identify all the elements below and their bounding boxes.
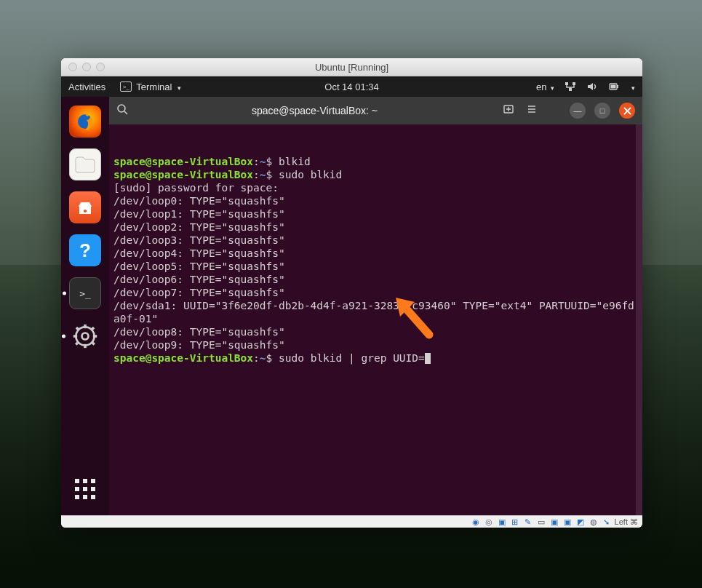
svg-rect-12	[84, 344, 87, 348]
svg-rect-0	[565, 82, 568, 85]
terminal-header[interactable]: space@space-VirtualBox: ~ — □	[109, 97, 642, 124]
dock-firefox[interactable]	[69, 106, 101, 138]
close-button[interactable]	[619, 103, 635, 119]
sb-disk-icon[interactable]: ◉	[471, 517, 481, 527]
gnome-top-bar: Activities >_ Terminal Oct 14 01:34 en	[61, 76, 642, 97]
chevron-down-icon	[549, 82, 554, 92]
terminal-window: space@space-VirtualBox: ~ — □ space@spac…	[109, 97, 642, 515]
sb-shared-icon[interactable]: ✎	[523, 517, 533, 527]
svg-rect-4	[617, 85, 618, 88]
network-icon[interactable]	[565, 81, 576, 92]
sb-record-icon[interactable]: ▣	[562, 517, 573, 527]
system-menu-chevron-icon[interactable]	[630, 82, 635, 92]
dock-settings[interactable]	[69, 320, 101, 352]
svg-rect-11	[84, 325, 87, 328]
chevron-down-icon	[176, 82, 181, 92]
svg-point-9	[76, 327, 94, 345]
svg-rect-1	[573, 82, 575, 85]
sb-network-icon[interactable]: ⊞	[510, 517, 520, 527]
sb-optical-icon[interactable]: ◎	[484, 517, 494, 527]
svg-point-8	[84, 210, 87, 212]
dock: ? >_	[61, 97, 109, 515]
minimize-button[interactable]: —	[570, 103, 586, 119]
sb-globe-icon[interactable]: ◍	[589, 517, 599, 527]
vm-statusbar: ◉ ◎ ▣ ⊞ ✎ ▭ ▣ ▣ ◩ ◍ ➘ Left ⌘	[61, 515, 642, 528]
battery-icon[interactable]	[608, 81, 620, 92]
dock-show-apps[interactable]	[69, 473, 101, 505]
scrollbar[interactable]	[636, 124, 642, 515]
vm-title: Ubuntu [Running]	[61, 62, 642, 73]
host-key-label: Left ⌘	[615, 517, 638, 527]
svg-rect-5	[611, 85, 616, 89]
terminal-output[interactable]: space@space-VirtualBox:~$ blkidspace@spa…	[109, 124, 642, 515]
svg-point-10	[82, 333, 89, 340]
svg-line-20	[124, 111, 127, 114]
apps-grid-icon	[75, 479, 95, 499]
dock-terminal[interactable]: >_	[69, 277, 101, 309]
app-menu[interactable]: >_ Terminal	[120, 82, 181, 92]
app-menu-label: Terminal	[136, 82, 172, 92]
volume-icon[interactable]	[586, 81, 598, 92]
svg-rect-14	[93, 335, 97, 338]
search-icon[interactable]	[116, 103, 128, 118]
sb-mouse-icon[interactable]: ➘	[602, 517, 612, 527]
svg-rect-13	[73, 335, 77, 338]
svg-point-19	[118, 105, 125, 112]
virtualbox-window: Ubuntu [Running] Activities >_ Terminal …	[61, 58, 642, 528]
input-language[interactable]: en	[536, 82, 554, 92]
hamburger-menu-icon[interactable]	[524, 103, 539, 118]
maximize-button[interactable]: □	[594, 103, 610, 119]
dock-help[interactable]: ?	[69, 234, 101, 266]
sb-capture-icon[interactable]: ▣	[549, 517, 559, 527]
vm-titlebar[interactable]: Ubuntu [Running]	[61, 58, 642, 76]
dock-files[interactable]	[69, 148, 101, 180]
terminal-icon: >_	[120, 82, 132, 92]
dock-software[interactable]	[69, 191, 101, 223]
sb-display-icon[interactable]: ▭	[536, 517, 546, 527]
new-tab-icon[interactable]	[501, 103, 516, 118]
terminal-title: space@space-VirtualBox: ~	[137, 105, 492, 116]
guest-desktop: Activities >_ Terminal Oct 14 01:34 en	[61, 76, 642, 515]
sb-usb-icon[interactable]: ▣	[497, 517, 507, 527]
sb-clipboard-icon[interactable]: ◩	[575, 517, 586, 527]
activities-button[interactable]: Activities	[68, 82, 105, 92]
